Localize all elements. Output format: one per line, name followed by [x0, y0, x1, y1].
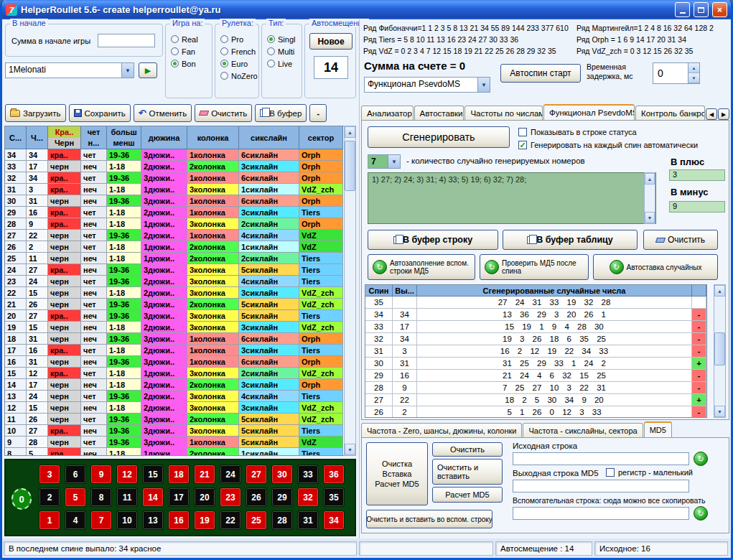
board-cell-9[interactable]: 9: [90, 465, 112, 484]
buffer-table-button[interactable]: В буфер таблицу: [503, 230, 638, 250]
md5-calc-button[interactable]: Расчет MD5: [432, 487, 503, 503]
radio-option-bon[interactable]: Bon: [171, 57, 212, 70]
out-input[interactable]: [513, 480, 689, 493]
board-cell-26[interactable]: 26: [246, 487, 267, 507]
scroll-up-icon[interactable]: ▲: [345, 126, 355, 138]
table-row[interactable]: 1831черннеч19-363дюжи..1колонка6сиклайнO…: [5, 333, 355, 345]
tab-функционал-psevdoms[interactable]: Функционал PsevdoMS: [543, 104, 635, 120]
table-row[interactable]: 2126чернчет19-363дюжи..2колонка5сиклайнV…: [5, 299, 355, 310]
board-cell-24[interactable]: 24: [220, 465, 241, 484]
table-row[interactable]: 3434кра..чет19-363дюжи..1колонка6сиклайн…: [5, 149, 355, 161]
board-cell-32[interactable]: 32: [297, 487, 319, 507]
radio-option-pro[interactable]: Pro: [220, 33, 258, 45]
scroll-thumb[interactable]: [714, 332, 725, 365]
board-cell-zero[interactable]: 0: [11, 488, 32, 510]
board-cell-17[interactable]: 17: [168, 487, 190, 507]
table-row[interactable]: 3031черннеч19-363дюжи..1колонка6сиклайнO…: [5, 195, 355, 207]
scroll-down-icon[interactable]: ▼: [714, 406, 725, 417]
table-row[interactable]: 303131 25 29 33 1 24 2+: [365, 358, 706, 370]
table-row[interactable]: 323419 3 26 18 6 35 25-: [365, 333, 706, 345]
board-cell-7[interactable]: 7: [90, 510, 112, 530]
table-row[interactable]: 1512кра..чет1-181дюжи..3колонка2сиклайнV…: [5, 368, 355, 379]
board-cell-16[interactable]: 16: [168, 510, 190, 530]
tab-контроль-банкро[interactable]: Контроль банкро: [635, 106, 705, 120]
md5-big-button[interactable]: Очистка Вставка Расчет MD5: [366, 442, 428, 505]
spin-up-icon[interactable]: ▲: [688, 63, 699, 73]
scroll-thumb[interactable]: [345, 141, 355, 191]
table-row[interactable]: 313кра..неч1-181дюжи..3колонка1сиклайнVd…: [5, 184, 355, 195]
tab-анализатор[interactable]: Анализатор: [361, 106, 414, 120]
table-row[interactable]: 1631черннеч19-363дюжи..1колонка6сиклайнO…: [5, 356, 355, 368]
table-row[interactable]: 1417черннеч1-182дюжи..2колонка3сиклайнOr…: [5, 379, 355, 391]
table-row[interactable]: 2916кра..чет1-182дюжи..1колонка3сиклайнT…: [5, 207, 355, 218]
md5-clear-paste-helper-button[interactable]: Очистить и вставить во вспом. строку: [366, 510, 492, 528]
clear-button[interactable]: Очистить: [195, 104, 252, 122]
minus-button[interactable]: -: [309, 104, 327, 122]
table-row[interactable]: 928чернчет19-363дюжи..1колонка5сиклайнVd…: [5, 437, 355, 448]
load-button[interactable]: Загрузить: [5, 104, 66, 122]
table-row[interactable]: 31316 2 12 19 22 34 33-: [365, 345, 706, 358]
autofill-md5-button[interactable]: ↻Автозаполнение вспом. строки МД5: [368, 254, 475, 280]
delay-spinner[interactable]: 0 ▲▼: [653, 62, 700, 84]
board-cell-36[interactable]: 36: [323, 465, 345, 484]
board-cell-13[interactable]: 13: [142, 510, 164, 530]
bottom-tab-md5[interactable]: MD5: [644, 421, 672, 437]
spin-down-icon[interactable]: ▼: [688, 73, 699, 83]
table-row[interactable]: 1915черннеч1-182дюжи..3колонка3сиклайнVd…: [5, 322, 355, 333]
source-input[interactable]: [513, 452, 689, 465]
generate-button[interactable]: Сгенерировать: [368, 126, 510, 148]
tab-автоставки[interactable]: Автоставки: [414, 106, 464, 120]
board-cell-14[interactable]: 14: [142, 487, 164, 507]
tab-частоты-по-числам[interactable]: Частоты по числам: [464, 106, 542, 120]
generated-textarea[interactable]: 1) 27; 2) 24; 3) 31; 4) 33; 5) 19; 6) 32…: [368, 172, 656, 224]
board-cell-10[interactable]: 10: [116, 510, 138, 530]
autospin-button[interactable]: Автоспин старт: [500, 64, 581, 83]
board-cell-19[interactable]: 19: [194, 510, 215, 530]
scroll-up-icon[interactable]: ▲: [645, 173, 655, 185]
table-row[interactable]: 2625 1 26 0 12 3 33-: [365, 406, 706, 418]
tab-scroll-right[interactable]: ▶: [718, 108, 729, 120]
board-cell-21[interactable]: 21: [194, 465, 215, 484]
play-button[interactable]: ▶: [139, 62, 157, 78]
titlebar[interactable]: 7 HelperRoullet 5.6- create helperroulle…: [2, 0, 731, 19]
auto-generate-checkbox[interactable]: ✓ Генерировать на каждый спин автоматиче…: [518, 141, 698, 149]
table-row[interactable]: 1126чернчет19-363дюжи..2колонка5сиклайнV…: [5, 414, 355, 425]
new-button[interactable]: Новое: [309, 33, 353, 50]
board-cell-20[interactable]: 20: [194, 487, 215, 507]
table-row[interactable]: 2511черннеч1-181дюжи..2колонка2сиклайнTi…: [5, 253, 355, 264]
board-cell-29[interactable]: 29: [271, 487, 293, 507]
table-row[interactable]: 272218 2 5 30 34 9 20+: [365, 394, 706, 406]
radio-option-fan[interactable]: Fan: [171, 45, 212, 57]
board-cell-5[interactable]: 5: [65, 487, 86, 507]
md5-source-action-button[interactable]: ↻: [694, 452, 708, 466]
board-cell-27[interactable]: 27: [246, 465, 267, 484]
table-row[interactable]: 2027кра..неч19-363дюжи..3колонка5сиклайн…: [5, 310, 355, 322]
bottom-tab-частота-сикслайны-сектора[interactable]: Частота - сикслайны, сектора: [523, 423, 643, 437]
clear-generated-button[interactable]: Очистить: [643, 230, 718, 250]
board-cell-1[interactable]: 1: [39, 510, 60, 530]
table-row[interactable]: 331715 19 1 9 4 28 30-: [365, 321, 706, 333]
board-cell-25[interactable]: 25: [246, 510, 267, 530]
save-button[interactable]: Сохранить: [69, 104, 131, 122]
table-row[interactable]: 262чернчет1-181дюжи..2колонка1сиклайнVdZ: [5, 241, 355, 253]
table-row[interactable]: 343413 36 29 3 20 26 1-: [365, 309, 706, 321]
board-cell-4[interactable]: 4: [65, 510, 86, 530]
table-row[interactable]: 3317черннеч1-182дюжи..2колонка3сиклайнOr…: [5, 161, 355, 172]
check-md5-button[interactable]: ↻Проверить МД5 после спина: [480, 254, 589, 280]
radio-option-multi[interactable]: Multi: [267, 45, 302, 57]
board-cell-33[interactable]: 33: [297, 465, 319, 484]
board-cell-18[interactable]: 18: [168, 465, 190, 484]
board-cell-30[interactable]: 30: [271, 465, 293, 484]
board-cell-28[interactable]: 28: [271, 510, 293, 530]
radio-option-french[interactable]: French: [220, 45, 258, 57]
table-row[interactable]: 1716кра..чет1-182дюжи..1колонка3сиклайнT…: [5, 345, 355, 356]
radio-option-singl[interactable]: Singl: [267, 33, 302, 45]
board-cell-31[interactable]: 31: [297, 510, 319, 530]
show-status-checkbox[interactable]: Показывать в строке статуса: [518, 128, 637, 136]
textarea-scrollbar[interactable]: ▲ ▼: [644, 172, 655, 224]
scroll-up-icon[interactable]: ▲: [714, 285, 725, 297]
buffer-button[interactable]: В буфер: [255, 104, 307, 122]
chevron-down-icon[interactable]: ▼: [477, 78, 490, 92]
board-cell-2[interactable]: 2: [39, 487, 60, 507]
preset-combobox[interactable]: 1Melonati ▼: [5, 62, 134, 78]
